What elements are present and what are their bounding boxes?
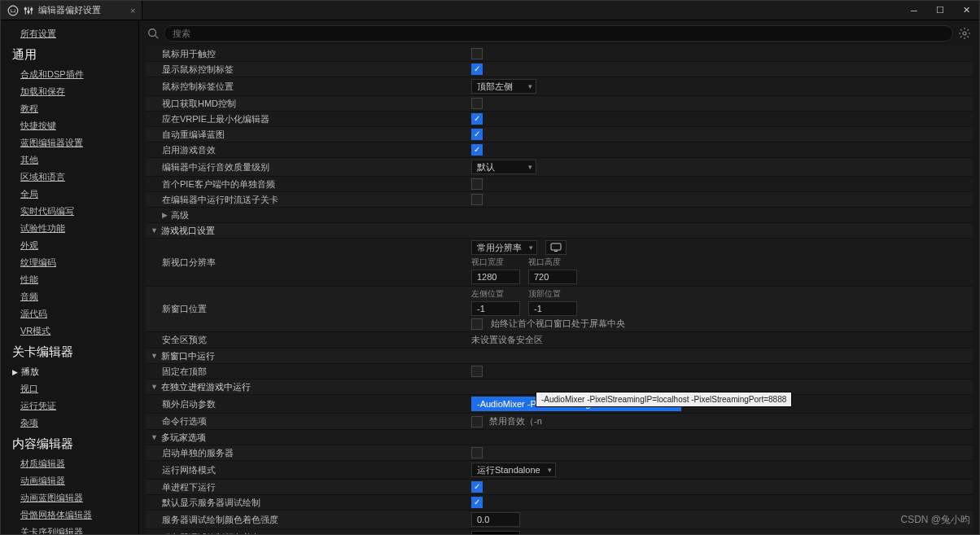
common-res-dropdown[interactable]: 常用分辨率 xyxy=(471,240,537,255)
tint-strength-input[interactable] xyxy=(471,512,520,527)
settings-content: 鼠标用于触控 显示鼠标控制标签 鼠标控制标签位置顶部左侧 视口获取HMD控制 应… xyxy=(139,46,979,534)
sidebar-item[interactable]: 实时代码编写 xyxy=(1,203,138,220)
sidebar-item[interactable]: 运行凭证 xyxy=(1,397,138,414)
svg-point-9 xyxy=(963,32,966,35)
titlebar: 编辑器偏好设置 × ─ ☐ ✕ xyxy=(1,1,979,20)
advanced-expander[interactable]: ▶高级 xyxy=(146,209,471,221)
checkbox[interactable] xyxy=(471,48,483,59)
checkbox[interactable] xyxy=(471,194,483,205)
viewport-height-input[interactable] xyxy=(528,270,577,284)
sidebar-item[interactable]: 外观 xyxy=(1,237,138,254)
color-picker[interactable] xyxy=(471,531,520,534)
checkbox-label: 始终让首个视口窗口处于屏幕中央 xyxy=(491,318,625,330)
searchbar xyxy=(139,20,979,46)
checkbox[interactable] xyxy=(471,144,483,156)
setting-label: 服务器调试绘制颜色着色 xyxy=(146,532,471,535)
setting-label: 默认显示服务器调试绘制 xyxy=(146,497,471,509)
sidebar-item[interactable]: 视口 xyxy=(1,380,138,397)
top-pos-input[interactable] xyxy=(528,301,577,316)
dropdown[interactable]: 运行Standalone xyxy=(471,463,556,477)
sidebar-item-play[interactable]: ▶播放 xyxy=(1,363,138,380)
search-input[interactable] xyxy=(164,25,953,42)
sidebar-item[interactable]: 快捷按键 xyxy=(1,117,138,134)
svg-point-5 xyxy=(28,11,29,12)
sidebar-cat-level: 关卡编辑器 xyxy=(1,340,138,363)
sidebar-item[interactable]: 全局 xyxy=(1,186,138,203)
sidebar-item[interactable]: 动画蓝图编辑器 xyxy=(1,489,138,506)
sidebar-item[interactable]: 源代码 xyxy=(1,305,138,322)
sidebar-item[interactable]: 音频 xyxy=(1,288,138,305)
sidebar-item[interactable]: 加载和保存 xyxy=(1,83,138,100)
sidebar-item[interactable]: 试验性功能 xyxy=(1,220,138,237)
dropdown[interactable]: 顶部左侧 xyxy=(471,79,536,94)
sidebar: 所有设置 通用 合成和DSP插件 加载和保存 教程 快捷按键 蓝图编辑器设置 其… xyxy=(1,20,139,534)
chevron-down-icon: ▼ xyxy=(151,383,158,391)
setting-label: 单进程下运行 xyxy=(146,481,471,493)
sidebar-item[interactable]: 材质编辑器 xyxy=(1,455,138,472)
sidebar-item[interactable]: VR模式 xyxy=(1,322,138,340)
svg-rect-11 xyxy=(554,251,558,252)
checkbox[interactable] xyxy=(471,129,483,140)
minimize-button[interactable]: ─ xyxy=(901,1,927,20)
setting-label: 显示鼠标控制标签 xyxy=(146,64,471,76)
checkbox[interactable] xyxy=(471,98,483,109)
close-button[interactable]: ✕ xyxy=(953,1,979,20)
sidebar-item[interactable]: 纹理编码 xyxy=(1,254,138,271)
setting-label: 运行网络模式 xyxy=(146,464,471,476)
gear-icon[interactable] xyxy=(958,27,971,40)
checkbox[interactable] xyxy=(471,318,483,330)
sidebar-item[interactable]: 骨骼网格体编辑器 xyxy=(1,506,138,524)
checkbox[interactable] xyxy=(471,497,483,508)
setting-label: 应在VRPIE上最小化编辑器 xyxy=(146,113,471,125)
sidebar-item[interactable]: 动画编辑器 xyxy=(1,472,138,489)
setting-label: 启用游戏音效 xyxy=(146,144,471,156)
checkbox[interactable] xyxy=(471,113,483,125)
monitor-button[interactable] xyxy=(545,240,567,255)
tab-close-icon[interactable]: × xyxy=(130,6,135,15)
sidebar-item[interactable]: 其他 xyxy=(1,151,138,169)
svg-line-8 xyxy=(155,36,159,39)
checkbox[interactable] xyxy=(471,366,483,377)
sidebar-all-settings[interactable]: 所有设置 xyxy=(1,25,138,42)
section-header[interactable]: ▼在独立进程游戏中运行 xyxy=(146,381,471,393)
checkbox[interactable] xyxy=(471,64,483,75)
sidebar-item[interactable]: 性能 xyxy=(1,271,138,288)
setting-label: 视口获取HMD控制 xyxy=(146,98,471,110)
search-icon xyxy=(147,28,159,39)
watermark: CSDN @兔小昀 xyxy=(900,513,970,527)
section-header[interactable]: ▼多玩家选项 xyxy=(146,432,471,444)
checkbox[interactable] xyxy=(471,178,483,190)
dropdown[interactable]: 默认 xyxy=(471,160,536,174)
chevron-down-icon: ▼ xyxy=(151,226,158,235)
setting-label: 新视口分辨率 xyxy=(146,257,471,269)
section-header[interactable]: ▼游戏视口设置 xyxy=(146,225,471,237)
setting-label: 高级 xyxy=(171,209,189,221)
field-label: 视口宽度 xyxy=(471,257,520,268)
svg-point-7 xyxy=(149,29,156,37)
sidebar-item[interactable]: 区域和语言 xyxy=(1,169,138,186)
sidebar-item[interactable]: 杂项 xyxy=(1,414,138,432)
checkbox[interactable] xyxy=(471,416,483,428)
setting-label: 固定在顶部 xyxy=(146,366,471,378)
chevron-down-icon: ▼ xyxy=(151,352,158,360)
setting-label: 在编辑器中运行时流送子关卡 xyxy=(146,194,471,206)
sidebar-item[interactable]: 蓝图编辑器设置 xyxy=(1,134,138,151)
setting-label: 首个PIE客户端中的单独音频 xyxy=(146,178,471,191)
section-title: 新窗口中运行 xyxy=(161,350,215,362)
setting-label: 新窗口位置 xyxy=(146,303,471,315)
sidebar-item[interactable]: 合成和DSP插件 xyxy=(1,66,138,83)
window-tab[interactable]: 编辑器偏好设置 × xyxy=(1,1,142,20)
left-pos-input[interactable] xyxy=(471,301,520,316)
sidebar-item[interactable]: 关卡序列编辑器 xyxy=(1,524,138,534)
play-icon: ▶ xyxy=(12,368,18,376)
section-header[interactable]: ▼新窗口中运行 xyxy=(146,350,471,362)
checkbox[interactable] xyxy=(471,447,483,458)
viewport-width-input[interactable] xyxy=(471,270,520,284)
checkbox[interactable] xyxy=(471,481,483,493)
setting-label: 鼠标控制标签位置 xyxy=(146,81,471,93)
maximize-button[interactable]: ☐ xyxy=(927,1,953,20)
sidebar-item[interactable]: 教程 xyxy=(1,100,138,117)
field-label: 视口高度 xyxy=(528,257,577,268)
sliders-icon xyxy=(24,6,33,15)
setting-label: 自动重编译蓝图 xyxy=(146,129,471,141)
